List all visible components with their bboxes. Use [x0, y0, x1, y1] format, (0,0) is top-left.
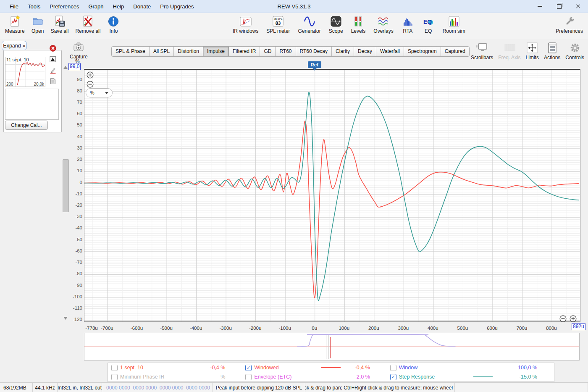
ref-marker[interactable]: Ref: [308, 61, 321, 68]
checked-checkbox-step-response[interactable]: ✓: [390, 374, 396, 380]
tab-rt60[interactable]: RT60: [276, 47, 296, 56]
graph-tool-scrollbars[interactable]: Scrollbars: [470, 41, 494, 61]
trace-options-icon[interactable]: [50, 56, 56, 63]
x-axis-limit-box[interactable]: 892u: [572, 323, 585, 330]
tool-rta[interactable]: RTA: [400, 14, 416, 35]
tool-open[interactable]: Open: [30, 14, 46, 35]
tool-generator[interactable]: Generator: [297, 14, 323, 35]
measurement-thumbnail[interactable]: 11 sept. 10 200 20,0k: [5, 57, 45, 87]
tab-captured[interactable]: Captured: [441, 47, 469, 56]
y-tick-label: -60: [67, 248, 82, 254]
tool-measure[interactable]: Measure: [3, 14, 26, 35]
menu-graph[interactable]: Graph: [84, 0, 108, 13]
x-tick-label: -300u: [215, 325, 236, 331]
scroll-up-arrow[interactable]: [63, 66, 68, 69]
zoom-out-icon[interactable]: [87, 81, 94, 88]
tool-roomsim[interactable]: Room sim: [441, 14, 467, 35]
chevron-right-icon: »: [23, 43, 26, 49]
rta-icon: [402, 15, 414, 28]
menu-file[interactable]: File: [5, 0, 23, 13]
tab-impulse[interactable]: Impulse: [203, 47, 229, 56]
tool-irwindows[interactable]: IR windows: [231, 14, 260, 35]
capture-button[interactable]: Capture: [70, 41, 88, 60]
expand-panel-button[interactable]: Expand »: [2, 41, 27, 50]
notes-icon[interactable]: [50, 78, 56, 84]
y-tick-label: -70: [67, 259, 82, 265]
tool-label: Limits: [526, 55, 539, 61]
unit-selector-dropdown[interactable]: %: [86, 88, 113, 97]
toolbar-group-right: Preferences: [554, 14, 585, 35]
zoom-in-icon-bottom[interactable]: [570, 315, 577, 322]
graph-toolbar-right: ScrollbarsFreq. AxisLimitsActionsControl…: [470, 41, 585, 61]
expand-label: Expand: [3, 43, 21, 49]
tool-splmeter[interactable]: dB SPL83SPL meter: [265, 14, 291, 35]
menu-pro-upgrades[interactable]: Pro Upgrades: [155, 0, 198, 13]
legend-cell: [456, 372, 510, 381]
delete-measurement-icon[interactable]: [50, 45, 56, 52]
checked-checkbox-windowed[interactable]: ✓: [245, 365, 252, 371]
tab-filtered-ir[interactable]: Filtered IR: [229, 47, 260, 56]
tab-waterfall[interactable]: Waterfall: [376, 47, 404, 56]
tab-rt60-decay[interactable]: RT60 Decay: [296, 47, 332, 56]
tab-decay[interactable]: Decay: [354, 47, 376, 56]
legend-value: -0,4 %: [355, 365, 370, 371]
change-cal-button[interactable]: Change Cal...: [5, 121, 48, 130]
menu-donate[interactable]: Donate: [129, 0, 155, 13]
tool-prefs[interactable]: Preferences: [554, 14, 585, 35]
y-axis-limit-box[interactable]: 99,0: [68, 63, 81, 70]
tool-saveall[interactable]: Save all: [49, 14, 71, 35]
unchecked-checkbox-window[interactable]: [390, 365, 396, 371]
graph-tool-limits[interactable]: Limits: [525, 41, 540, 61]
info-icon: [107, 15, 120, 28]
unchecked-checkbox-minimum-phase-ir[interactable]: [111, 374, 118, 380]
zoom-out-icon-bottom[interactable]: [559, 315, 567, 322]
window-shape: [297, 334, 456, 346]
status-cell-4: Peak input before clipping 120 dB SPL: [213, 383, 305, 392]
tool-eq[interactable]: EQEQ: [420, 14, 436, 35]
x-tick-label: 300u: [393, 325, 413, 331]
y-tick-label: 50: [67, 122, 82, 128]
measurement-notes-box[interactable]: [5, 89, 59, 120]
tool-label: Info: [109, 28, 118, 34]
unchecked-checkbox-1-sept-10[interactable]: [111, 365, 118, 371]
tab-gd[interactable]: GD: [260, 47, 276, 56]
tool-scope[interactable]: Scope: [327, 14, 345, 35]
scrollbars-icon: [476, 42, 488, 54]
legend-cell: Minimum Phase IR: [108, 372, 205, 381]
graph-tool-controls[interactable]: Controls: [564, 41, 585, 61]
x-tick-label: 0u: [304, 325, 325, 331]
legend-cell: [311, 363, 351, 372]
menu-tools[interactable]: Tools: [23, 0, 45, 13]
zoom-in-icon[interactable]: [87, 71, 94, 79]
unchecked-checkbox-envelope-etc[interactable]: [245, 374, 252, 380]
legend-cell: ✓Windowed: [242, 363, 311, 372]
menu-preferences[interactable]: Preferences: [45, 0, 84, 13]
legend-cell: -15,0 %: [510, 372, 554, 381]
rename-pencil-icon[interactable]: [50, 67, 56, 74]
maximize-button[interactable]: [549, 0, 569, 13]
tab-spectrogram[interactable]: Spectrogram: [404, 47, 441, 56]
ir-overview-strip[interactable]: [84, 333, 580, 360]
x-tick-label: -700u: [97, 325, 117, 331]
graph-tool-actions[interactable]: Actions: [543, 41, 562, 61]
tool-info[interactable]: Info: [105, 14, 121, 35]
close-button[interactable]: [569, 0, 588, 13]
tab-clarity[interactable]: Clarity: [332, 47, 354, 56]
tab-all-spl[interactable]: All SPL: [150, 47, 174, 56]
irwindows-icon: [239, 15, 252, 28]
y-tick-label: -20: [67, 202, 82, 208]
impulse-plot[interactable]: [84, 69, 580, 322]
tab-spl-phase[interactable]: SPL & Phase: [112, 47, 150, 56]
eq-icon: EQ: [422, 15, 435, 28]
legend-cell: %: [205, 372, 242, 381]
minimize-button[interactable]: [530, 0, 549, 13]
tool-levels[interactable]: Levels: [349, 14, 368, 35]
scope-icon: [330, 15, 342, 28]
menu-help[interactable]: Help: [108, 0, 129, 13]
tab-distortion[interactable]: Distortion: [174, 47, 203, 56]
y-tick-label: 0: [67, 179, 82, 185]
tool-removeall[interactable]: Remove all: [74, 14, 102, 35]
legend-cell: -0,4 %: [351, 363, 387, 372]
tool-overlays[interactable]: Overlays: [372, 14, 395, 35]
svg-text:83: 83: [276, 21, 281, 26]
